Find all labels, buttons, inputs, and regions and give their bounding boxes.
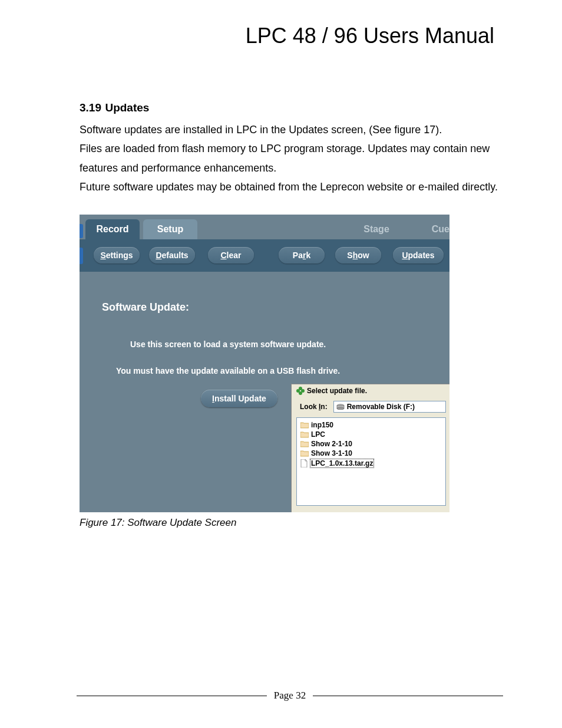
figure-screenshot: Record Setup Stage Cue Settings Defaults… — [80, 215, 449, 512]
subtab-settings[interactable]: Settings — [94, 247, 140, 263]
folder-icon — [300, 431, 309, 438]
section-header: 3.19 Updates — [80, 101, 506, 114]
file-icon — [300, 459, 308, 467]
list-item[interactable]: Show 2-1-10 — [299, 439, 443, 449]
decorative-edge — [80, 248, 83, 264]
list-item[interactable]: inp150 — [299, 420, 443, 430]
lookin-value: Removable Disk (F:) — [347, 403, 415, 411]
list-item[interactable]: LPC_1.0x.13.tar.gz — [299, 458, 443, 469]
tab-setup[interactable]: Setup — [143, 219, 197, 239]
footer-rule — [77, 696, 267, 696]
figure-caption: Figure 17: Software Update Screen — [80, 517, 506, 529]
app-icon — [296, 387, 305, 395]
dialog-title: Select update file. — [307, 387, 367, 395]
footer-rule — [313, 696, 503, 696]
folder-icon — [300, 421, 309, 429]
subtab-park[interactable]: Park — [279, 247, 325, 263]
subtab-defaults[interactable]: Defaults — [149, 247, 195, 263]
tab-stage[interactable]: Stage — [348, 219, 405, 239]
install-update-button[interactable]: Install Update — [201, 390, 277, 407]
lookin-combo[interactable]: Removable Disk (F:) — [333, 401, 446, 413]
file-dialog: Select update file. Look In: Removable D… — [291, 384, 449, 512]
page-number: Page 32 — [267, 690, 313, 701]
folder-icon — [300, 450, 309, 457]
svg-point-2 — [337, 407, 344, 410]
disk-icon — [336, 404, 345, 410]
section-title: Updates — [105, 101, 149, 114]
subtab-updates[interactable]: Updates — [393, 247, 444, 263]
decorative-edge — [80, 224, 83, 238]
subtab-show[interactable]: Show — [335, 247, 381, 263]
paragraph: Files are loaded from flash memory to LP… — [80, 139, 506, 177]
page-footer: Page 32 — [77, 690, 503, 701]
file-list[interactable]: inp150 LPC Show 2-1-10 Show 3-1-10 — [296, 417, 446, 506]
tab-record[interactable]: Record — [85, 219, 140, 239]
body-text: Software updates are installed in LPC in… — [80, 120, 506, 197]
tab-cue[interactable]: Cue — [414, 219, 449, 239]
list-item[interactable]: Show 3-1-10 — [299, 449, 443, 458]
subtab-clear[interactable]: Clear — [208, 247, 254, 263]
document-title: LPC 48 / 96 Users Manual — [80, 24, 506, 48]
section-number: 3.19 — [80, 101, 101, 114]
folder-icon — [300, 440, 309, 447]
list-item[interactable]: LPC — [299, 430, 443, 439]
panel-text: You must have the update available on a … — [116, 366, 340, 375]
panel-title: Software Update: — [102, 301, 189, 314]
lookin-label: Look In: — [300, 403, 328, 411]
paragraph: Future software updates may be obtained … — [80, 177, 506, 196]
panel-text: Use this screen to load a system softwar… — [130, 340, 326, 349]
paragraph: Software updates are installed in LPC in… — [80, 120, 506, 139]
